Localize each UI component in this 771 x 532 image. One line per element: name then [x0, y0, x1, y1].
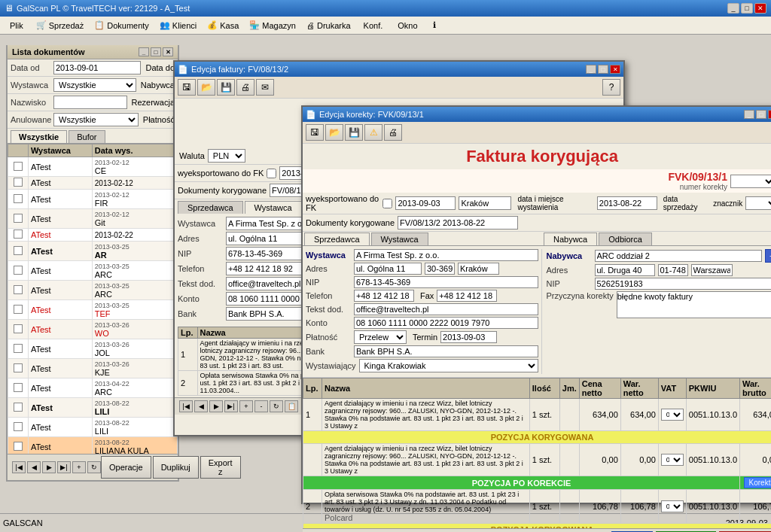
col-wystawca[interactable]: Wystawca: [28, 144, 92, 157]
k-adres[interactable]: [354, 263, 422, 275]
waluta-select[interactable]: PLN: [208, 149, 245, 163]
row-checkbox[interactable]: [14, 305, 23, 314]
nav-next[interactable]: ▶: [42, 461, 56, 473]
fv-nav-add[interactable]: +: [239, 400, 253, 412]
k-konto[interactable]: [354, 317, 538, 329]
fv-close[interactable]: ✕: [610, 65, 620, 74]
maximize-button[interactable]: □: [741, 3, 753, 14]
fv-tab-wystawca[interactable]: Wystawca: [245, 201, 302, 214]
table-row[interactable]: ATest2013-08-22LILI: [8, 418, 178, 437]
k-tool-4[interactable]: 🖨: [384, 124, 402, 141]
k-tekst[interactable]: [354, 303, 538, 315]
panel-min[interactable]: _: [139, 47, 149, 56]
nav-prev[interactable]: ◀: [27, 461, 41, 473]
k-telefon[interactable]: [354, 290, 414, 302]
row-checkbox[interactable]: [14, 383, 23, 392]
nav-first[interactable]: |◀: [12, 461, 26, 473]
table-row[interactable]: ATest2013-03-26WO: [8, 320, 178, 339]
table-row[interactable]: ATest2013-03-26JOL: [8, 339, 178, 359]
k-tab-nabywca[interactable]: Nabywca: [544, 233, 597, 245]
fv-tool-4[interactable]: 🖨: [236, 79, 254, 96]
export-button[interactable]: Export z: [200, 456, 241, 479]
k-nab-kod[interactable]: [658, 264, 688, 276]
fv-tool-3[interactable]: 💾: [217, 79, 235, 96]
fv-tool-1[interactable]: 🖫: [178, 79, 196, 96]
menu-dokumenty[interactable]: 📋 Dokumenty: [90, 19, 154, 32]
fv-nav-5[interactable]: ↻: [270, 400, 283, 412]
menu-kasa[interactable]: 💰 Kasa: [203, 19, 243, 32]
korekta-min[interactable]: _: [744, 110, 754, 119]
nazwisko-input[interactable]: [53, 96, 127, 109]
nav-last[interactable]: ▶|: [57, 461, 71, 473]
table-row[interactable]: ATest2013-02-12: [8, 177, 178, 190]
row-checkbox[interactable]: [14, 266, 23, 275]
k-tool-warn[interactable]: ⚠: [364, 124, 382, 141]
tab-wszystkie[interactable]: Wszystkie: [11, 130, 67, 143]
k-wystawiajacy[interactable]: Kinga Krakowiak: [359, 359, 538, 372]
row-checkbox[interactable]: [14, 230, 23, 239]
col-data[interactable]: Data wys.: [92, 144, 177, 157]
menu-drukarka[interactable]: 🖨 Drukarka: [302, 20, 355, 32]
k-bank[interactable]: [354, 345, 538, 357]
k-nabywca-value[interactable]: [595, 250, 763, 262]
panel-close[interactable]: ✕: [163, 47, 173, 56]
minimize-button[interactable]: _: [727, 3, 739, 14]
table-row[interactable]: ATest2013-03-25ARC: [8, 261, 178, 281]
menu-plik[interactable]: Plik: [3, 19, 30, 32]
nav-refresh[interactable]: ↻: [87, 461, 101, 473]
fv-nav-prev[interactable]: ◀: [194, 400, 208, 412]
k-nabywca-add[interactable]: +: [765, 249, 771, 263]
menu-magazyn[interactable]: 🏪 Magazyn: [245, 19, 300, 32]
row-checkbox[interactable]: [14, 442, 23, 451]
fv-tool-6[interactable]: ?: [602, 79, 620, 96]
table-row[interactable]: ATest2013-02-12CE: [8, 157, 178, 177]
row-checkbox[interactable]: [14, 344, 23, 353]
fv-nav-del[interactable]: -: [254, 400, 268, 412]
fv-min[interactable]: _: [586, 65, 596, 74]
korekta-max[interactable]: □: [756, 110, 766, 119]
row-checkbox[interactable]: [14, 285, 23, 294]
table-row[interactable]: ATest2013-03-25TEF: [8, 300, 178, 320]
korekta-doc-kor-value[interactable]: [398, 216, 518, 230]
vat-select-3[interactable]: 0%: [661, 500, 684, 512]
k-tab-wystawca[interactable]: Wystawca: [371, 233, 428, 245]
k-tab-odbiorca[interactable]: Odbiorca: [599, 233, 652, 245]
menu-klienci[interactable]: 👥 Klienci: [155, 19, 201, 32]
fv-nav-last[interactable]: ▶|: [224, 400, 238, 412]
table-row[interactable]: ATest2013-02-22: [8, 229, 178, 242]
menu-okno[interactable]: Okno: [391, 19, 424, 32]
k-nab-adres[interactable]: [595, 264, 655, 276]
korekta-number-select[interactable]: [730, 175, 771, 188]
korekta-data-sprzedazy[interactable]: [597, 196, 657, 210]
data-od-input[interactable]: [53, 61, 141, 74]
korekta-export-place[interactable]: [459, 196, 511, 210]
k-tab-sprzedawca[interactable]: Sprzedawca: [304, 233, 370, 245]
k-adres-miasto[interactable]: [458, 263, 499, 275]
row-checkbox[interactable]: [14, 363, 23, 372]
vat-select-1[interactable]: 0%: [661, 409, 684, 421]
table-row[interactable]: ATest2013-03-26KJE: [8, 359, 178, 378]
fv-tab-sprzedawca[interactable]: Sprzedawca: [178, 201, 243, 214]
close-button[interactable]: ✕: [754, 3, 766, 14]
row-checkbox[interactable]: [14, 246, 23, 255]
menu-sprzedaz[interactable]: 🛒 Sprzedaż: [32, 19, 88, 32]
table-row[interactable]: ATest2013-08-22LILIANA KULA: [8, 437, 178, 454]
row-checkbox[interactable]: [14, 422, 23, 431]
row-checkbox[interactable]: [14, 178, 23, 187]
korekta-close[interactable]: ✕: [768, 110, 771, 119]
k-wystawca-value[interactable]: [354, 249, 538, 261]
row-checkbox[interactable]: [14, 162, 23, 171]
table-row[interactable]: ATest2013-08-22LILI: [8, 398, 178, 418]
fv-nav-next[interactable]: ▶: [209, 400, 223, 412]
k-przyczyna[interactable]: błędne kwoty faktury: [617, 291, 771, 318]
menu-help[interactable]: ℹ: [426, 18, 443, 32]
operacje-button[interactable]: Operacje: [101, 456, 151, 479]
k-nip[interactable]: [354, 276, 538, 288]
row-checkbox[interactable]: [14, 403, 23, 412]
fv-tool-2[interactable]: 📂: [197, 79, 215, 96]
row-checkbox[interactable]: [14, 214, 23, 223]
table-row[interactable]: ATest2013-02-12Git: [8, 209, 178, 229]
k-tool-1[interactable]: 🖫: [306, 124, 324, 141]
korekta-znacznik-select[interactable]: [745, 196, 771, 210]
menu-konf[interactable]: Konf.: [357, 19, 390, 32]
